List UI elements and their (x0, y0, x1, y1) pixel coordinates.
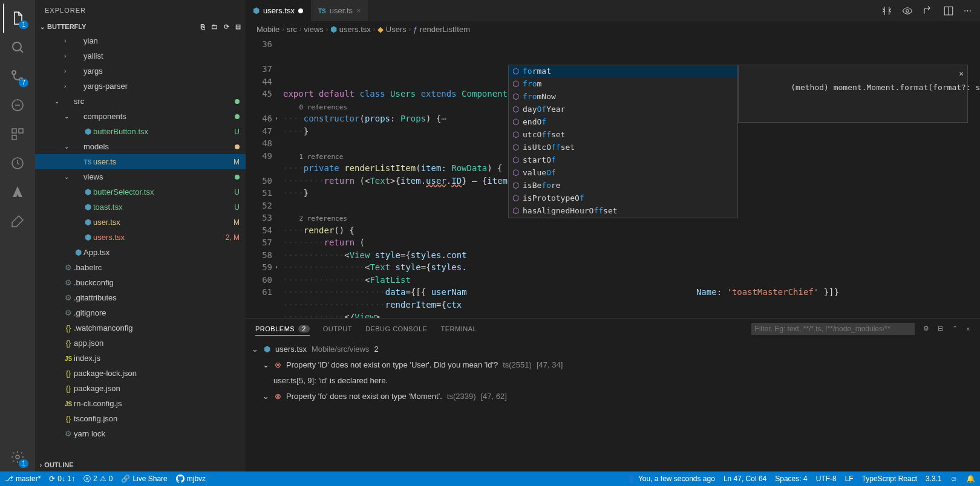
suggest-item[interactable]: ⬡format (509, 65, 737, 78)
tree-item[interactable]: ⌄src (35, 94, 246, 109)
suggest-item[interactable]: ⬡fromNow (509, 91, 737, 103)
eol-status[interactable]: LF (845, 475, 854, 483)
outline-header[interactable]: › OUTLINE (35, 458, 246, 471)
tree-item[interactable]: ⬢toast.tsxU (35, 199, 246, 215)
language-status[interactable]: TypeScript React (862, 475, 917, 483)
chevron-down-icon: ⌄ (40, 24, 45, 30)
close-icon[interactable]: × (959, 68, 964, 80)
suggest-item[interactable]: ⬡dayOfYear (509, 103, 737, 116)
feedback-smile-icon[interactable]: ☺ (950, 475, 958, 483)
tree-item[interactable]: ⬢users.tsx2, M (35, 230, 246, 245)
crumb[interactable]: src (287, 25, 297, 34)
live-share[interactable]: 🔗 Live Share (121, 475, 167, 483)
branch-status[interactable]: ⎇ master* (5, 475, 41, 483)
editor-tab[interactable]: ⬢users.tsx (246, 0, 311, 21)
suggest-item[interactable]: ⬡valueOf (509, 167, 737, 180)
tree-item[interactable]: {}package-lock.json (35, 366, 246, 381)
tree-item[interactable]: ⚙.babelrc (35, 260, 246, 275)
suggest-item[interactable]: ⬡endOf (509, 116, 737, 129)
encoding-status[interactable]: UTF-8 (816, 475, 837, 483)
extensions-icon[interactable] (3, 120, 32, 149)
tree-item[interactable]: {}.watchmanconfig (35, 320, 246, 335)
suggest-item[interactable]: ⬡isUtcOffset (509, 141, 737, 154)
tree-item[interactable]: ⚙.buckconfig (35, 275, 246, 290)
cursor-position[interactable]: Ln 47, Col 64 (724, 475, 766, 483)
tree-item[interactable]: ⬢butterSelector.tsxU (35, 184, 246, 199)
suggest-item[interactable]: ⬡startOf (509, 154, 737, 167)
problem-row[interactable]: user.ts[5, 9]: 'id' is declared here. (252, 372, 974, 388)
suggest-widget[interactable]: ⬡format⬡from⬡fromNow⬡dayOfYear⬡endOf⬡utc… (508, 65, 738, 218)
compare-icon[interactable] (881, 5, 892, 16)
crumb[interactable]: Mobile (256, 25, 279, 34)
tree-item[interactable]: {}package.json (35, 381, 246, 396)
problem-row[interactable]: ⌄⊗Property 'fo' does not exist on type '… (252, 388, 974, 404)
breadcrumb[interactable]: Mobile› src› views›⬢ users.tsx›◆ Users›ƒ… (246, 21, 980, 37)
azure-icon[interactable] (3, 178, 32, 207)
more-icon[interactable]: ⋯ (964, 6, 972, 15)
tree-item[interactable]: TSuser.tsM (35, 154, 246, 169)
spaces-status[interactable]: Spaces: 4 (775, 475, 807, 483)
close-panel-icon[interactable]: × (966, 325, 970, 332)
explorer-icon[interactable]: 1 (3, 4, 32, 33)
debug-icon[interactable] (3, 91, 32, 120)
tree-item[interactable]: ›yargs-parser (35, 79, 246, 94)
tree-item[interactable]: ⌄models (35, 139, 246, 154)
tab-terminal[interactable]: TERMINAL (440, 325, 477, 332)
maximize-icon[interactable]: ⌃ (952, 325, 958, 332)
editor-tab[interactable]: TSuser.ts× (311, 0, 369, 21)
tab-output[interactable]: OUTPUT (323, 325, 352, 332)
tree-item[interactable]: JSindex.js (35, 351, 246, 366)
code-editor[interactable]: 363744454647484950515253545758596061 ⬡fo… (246, 37, 980, 318)
workspace-header[interactable]: ⌄ BUTTERFLY ⎘ 🗀 ⟳ ⊟ (35, 20, 246, 33)
problem-row[interactable]: ⌄⊗Property 'ID' does not exist on type '… (252, 357, 974, 372)
suggest-item[interactable]: ⬡hasAlignedHourOffset (509, 205, 737, 218)
tree-item[interactable]: {}tsconfig.json (35, 411, 246, 426)
settings-icon[interactable]: 1 (3, 442, 32, 471)
tree-item[interactable]: ⚙.gitattributes (35, 290, 246, 305)
filter-input[interactable] (751, 323, 915, 335)
problem-file[interactable]: ⌄ ⬢ users.tsx Mobile/src/views 2 (252, 341, 974, 357)
suggest-item[interactable]: ⬡isPrototypeOf (509, 192, 737, 205)
suggest-item[interactable]: ⬡utcOffset (509, 129, 737, 141)
filter-settings-icon[interactable]: ⚙ (923, 325, 930, 332)
tree-item[interactable]: JSrn-cli.config.js (35, 396, 246, 411)
sync-status[interactable]: ⟳ 0↓ 1↑ (49, 475, 75, 483)
refresh-icon[interactable]: ⟳ (224, 23, 229, 31)
ts-version[interactable]: 3.3.1 (926, 475, 942, 483)
preview-icon[interactable] (902, 5, 913, 16)
github-user[interactable]: mjbvz (176, 475, 206, 483)
tree-item[interactable]: ›yargs (35, 63, 246, 79)
error-count[interactable]: ⓧ 2 ⚠ 0 (83, 474, 113, 484)
collapse-all-icon[interactable]: ⊟ (938, 325, 944, 332)
suggest-item[interactable]: ⬡isBefore (509, 180, 737, 192)
tree-item[interactable]: ›yian (35, 33, 246, 48)
crumb[interactable]: ƒ renderListItem (413, 25, 470, 34)
tree-item[interactable]: ⌄views (35, 169, 246, 184)
open-changes-icon[interactable] (923, 5, 933, 16)
timeline-icon[interactable] (3, 149, 32, 178)
scm-icon[interactable]: 7 (3, 62, 32, 91)
split-icon[interactable] (943, 5, 954, 16)
tree-item[interactable]: ⬢App.tsx (35, 245, 246, 260)
search-icon[interactable] (3, 33, 32, 62)
tree-item[interactable]: ⬢user.tsxM (35, 215, 246, 230)
crumb[interactable]: ⬢ users.tsx (330, 25, 371, 34)
tree-item[interactable]: ⚙yarn lock (35, 426, 246, 441)
feedback-icon[interactable] (3, 207, 32, 236)
tree-item[interactable]: ⬢butterButton.tsxU (35, 124, 246, 139)
tree-item[interactable]: {}app.json (35, 335, 246, 351)
collapse-icon[interactable]: ⊟ (235, 23, 241, 31)
crumb[interactable]: ◆ Users (377, 25, 407, 34)
crumb[interactable]: views (304, 25, 324, 34)
tree-item[interactable]: ⚙.gitignore (35, 305, 246, 320)
suggest-doc: (method) moment.Moment.format(format?: s… (738, 65, 968, 123)
tab-problems[interactable]: PROBLEMS2 (255, 325, 310, 335)
tree-item[interactable]: ⌄components (35, 109, 246, 124)
new-file-icon[interactable]: ⎘ (201, 23, 205, 31)
tab-debug-console[interactable]: DEBUG CONSOLE (365, 325, 427, 332)
suggest-item[interactable]: ⬡from (509, 78, 737, 91)
new-folder-icon[interactable]: 🗀 (211, 23, 218, 31)
tree-item[interactable]: ›yallist (35, 48, 246, 63)
blame-status[interactable]: 👤 You, a few seconds ago (627, 475, 715, 483)
bell-icon[interactable]: 🔔 (966, 475, 975, 483)
